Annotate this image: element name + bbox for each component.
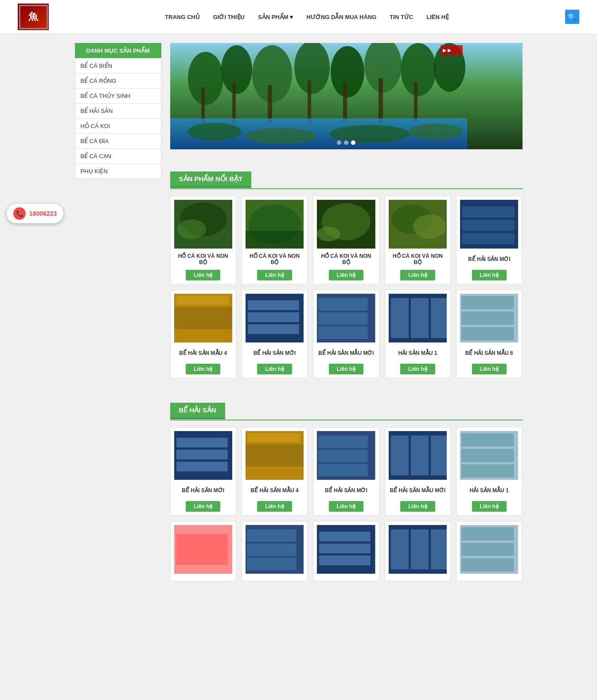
hai-san-image-1	[174, 431, 232, 480]
svg-point-25	[177, 219, 206, 239]
hai-san-card-1: BỂ HẢI SẢN MỚI Liên hệ	[170, 427, 236, 516]
more-image-1	[174, 525, 232, 574]
more-products-grid	[170, 521, 523, 581]
svg-point-7	[401, 43, 436, 96]
hai-san-name-4: Bể Hải Sản Mẫu Mới	[389, 483, 447, 498]
hai-san-btn-4[interactable]: Liên hệ	[400, 501, 435, 512]
slider-dot-2[interactable]	[344, 140, 348, 145]
svg-rect-68	[318, 464, 368, 476]
product-name-10: Bể Hải Sản Mẫu 6	[460, 346, 518, 360]
hai-san-btn-5[interactable]: Liên hệ	[472, 501, 507, 512]
search-button[interactable]: 🔍	[565, 10, 579, 24]
sidebar-item-be-ca-dia[interactable]: BỂ CÁ ĐĨA	[75, 133, 161, 149]
logo-symbol: 魚	[28, 10, 38, 23]
nav-trang-chu[interactable]: TRANG CHỦ	[165, 14, 200, 20]
slider-image: ▶ ▶	[170, 43, 523, 149]
nav-huong-dan[interactable]: HƯỚNG DẪN MUA HÀNG	[306, 14, 376, 20]
product-name-1: HỒ CÁ KOI VÀ NON BỘ	[174, 252, 232, 266]
slider-dot-1[interactable]	[337, 140, 341, 145]
hai-san-title-wrap: BỂ HẢI SẢN	[170, 392, 523, 426]
hai-san-btn-3[interactable]: Liên hệ	[329, 501, 363, 512]
svg-rect-84	[319, 532, 371, 541]
hero-slider[interactable]: ▶ ▶	[170, 43, 523, 149]
slider-dots	[337, 140, 355, 145]
hai-san-btn-1[interactable]: Liên hệ	[186, 501, 220, 512]
lien-he-btn-10[interactable]: Liên hệ	[472, 364, 507, 374]
logo[interactable]: 魚	[18, 4, 49, 30]
lien-he-btn-6[interactable]: Liên hệ	[186, 364, 220, 374]
featured-product-grid: HỒ CÁ KOI VÀ NON BỘ Liên hệ HỒ CÁ KOI VÀ…	[170, 196, 523, 378]
svg-point-34	[413, 214, 446, 239]
hai-san-btn-2[interactable]: Liên hệ	[257, 501, 292, 512]
svg-rect-28	[246, 231, 304, 249]
svg-rect-36	[462, 206, 515, 218]
sidebar-item-be-ca-thuy-sinh[interactable]: BỂ CÁ THỦY SINH	[75, 88, 161, 104]
featured-section: SẢN PHẨM NỔI BẬT HỒ CÁ KOI VÀ NON BỘ Liê…	[170, 160, 523, 378]
svg-point-17	[188, 123, 241, 140]
lien-he-btn-2[interactable]: Liên hệ	[257, 270, 292, 280]
lien-he-btn-8[interactable]: Liên hệ	[329, 364, 363, 374]
nav-lien-he[interactable]: LIÊN HỆ	[426, 14, 449, 20]
svg-rect-81	[247, 544, 297, 556]
product-name-4: HỒ CÁ KOI VÀ NON BỘ	[389, 252, 447, 266]
nav-san-pham[interactable]: SẢN PHẨM ▾	[258, 13, 293, 20]
svg-rect-67	[318, 450, 368, 462]
lien-he-btn-7[interactable]: Liên hệ	[257, 364, 292, 374]
svg-rect-44	[248, 312, 299, 322]
svg-rect-75	[461, 449, 514, 462]
more-card-5	[456, 521, 522, 581]
product-card-7: BỂ HẢI SẢN MỚI Liên hệ	[242, 290, 308, 378]
svg-rect-51	[391, 298, 409, 338]
featured-title-wrap: SẢN PHẨM NỔI BẬT	[170, 160, 523, 194]
sidebar-item-be-ca-can[interactable]: BỂ CÁ CẠN	[75, 148, 161, 164]
svg-rect-10	[232, 83, 236, 123]
svg-rect-60	[176, 450, 228, 459]
nav-gioi-thieu[interactable]: GIỚI THIỆU	[213, 14, 245, 20]
svg-rect-76	[461, 464, 514, 478]
product-card-4: HỒ CÁ KOI VÀ NON BỘ Liên hệ	[385, 196, 451, 284]
more-image-4	[389, 525, 447, 574]
svg-rect-80	[247, 529, 297, 542]
phone-float-button[interactable]: 📞 18006223	[7, 204, 63, 223]
sidebar-item-ho-ca-koi[interactable]: HỒ CÁ KOI	[75, 118, 161, 134]
hai-san-card-3: BỂ HẢI SẢN MỚI Liên hệ	[313, 427, 379, 516]
slider-dot-3[interactable]	[351, 140, 355, 145]
svg-rect-64	[248, 433, 300, 442]
svg-rect-12	[308, 81, 311, 123]
sidebar-item-be-hai-san[interactable]: BỂ HẢI SẢN	[75, 103, 161, 119]
sidebar-item-phu-kien[interactable]: PHỤ KIỆN	[75, 163, 161, 179]
more-image-5	[460, 525, 518, 574]
product-name-9: HẢI SẢN MẪU 1	[389, 346, 447, 360]
hai-san-name-5: HẢI SẢN MẪU 1	[460, 483, 518, 498]
product-image-3	[317, 200, 375, 249]
sidebar-item-be-ca-bien[interactable]: BỂ CÁ BIỂN	[75, 58, 161, 74]
hai-san-name-1: BỂ HẢI SẢN MỚI	[174, 483, 232, 498]
product-image-8	[317, 294, 375, 342]
lien-he-btn-9[interactable]: Liên hệ	[400, 364, 435, 374]
svg-text:▶ ▶: ▶ ▶	[443, 48, 452, 53]
svg-rect-71	[411, 436, 429, 475]
product-image-5	[460, 200, 518, 249]
product-card-3: HỒ CÁ KOI VÀ NON BỘ Liên hệ	[313, 196, 379, 284]
product-image-10	[460, 294, 518, 342]
product-card-2: HỒ CÁ KOI VÀ NON BỘ Liên hệ	[242, 196, 308, 284]
hai-san-card-2: BỂ HẢI SẢN MẪU 4 Liên hệ	[242, 427, 308, 516]
svg-rect-70	[391, 436, 409, 475]
lien-he-btn-3[interactable]: Liên hệ	[329, 270, 363, 280]
svg-rect-72	[431, 436, 447, 475]
product-image-4	[389, 200, 447, 249]
hai-san-image-4	[389, 431, 447, 480]
lien-he-btn-4[interactable]: Liên hệ	[400, 270, 435, 280]
product-name-6: BỂ HẢI SẢN MẪU 4	[174, 346, 232, 360]
sidebar-item-be-ca-rong[interactable]: BỂ CÁ RỒNG	[75, 73, 161, 89]
nav-tin-tuc[interactable]: TIN TỨC	[390, 14, 413, 20]
product-name-3: HỒ CÁ KOI VÀ NON BỘ	[317, 252, 375, 266]
lien-he-btn-1[interactable]: Liên hệ	[186, 270, 220, 280]
hai-san-image-3	[317, 431, 375, 480]
lien-he-btn-5[interactable]: Liên hệ	[472, 270, 507, 280]
svg-rect-52	[411, 298, 429, 338]
sidebar-title: DANH MỤC SẢN PHẨM	[75, 43, 161, 58]
svg-rect-37	[462, 220, 515, 231]
more-card-2	[242, 521, 308, 581]
svg-rect-41	[176, 296, 229, 305]
